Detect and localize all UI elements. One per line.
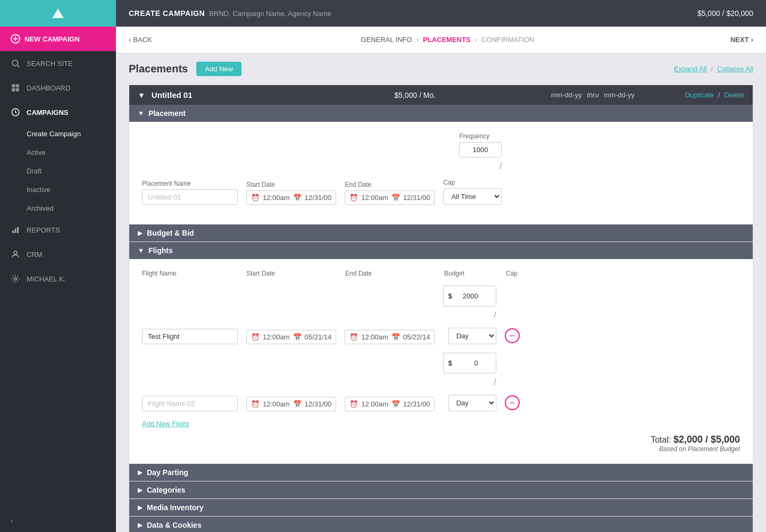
budget-bid-section-header[interactable]: ▶ Budget & Bid [129, 224, 753, 242]
placements-header: Placements Add New Expand All / Collapse… [129, 62, 753, 76]
svg-rect-4 [16, 84, 19, 87]
flight-2-start-date[interactable]: ⏰ 12:00am 📅 12/31/00 [246, 397, 336, 411]
dashboard-label: DASHBOARD [27, 84, 70, 92]
placements-title-row: Placements Add New [129, 62, 242, 76]
media-inventory-header[interactable]: ▶ Media Inventory [129, 498, 753, 516]
placement-1-dates: mm-dd-yy thru mm-dd-yy [507, 91, 678, 99]
flight-1-remove-button[interactable]: − [505, 328, 520, 343]
flight-1-start-date[interactable]: ⏰ 12:00am 📅 05/21/14 [246, 330, 336, 344]
sidebar-item-crm[interactable]: CRM [0, 242, 116, 267]
flight-cap-header: Cap [506, 270, 518, 277]
collapse-all-link[interactable]: Collapse All [717, 65, 753, 73]
budget-bid-label: Budget & Bid [147, 229, 194, 237]
placement-form: Placement Name Start Date ⏰ 12:00am 📅 12… [129, 122, 753, 224]
add-new-button[interactable]: Add New [196, 62, 242, 76]
svg-point-1 [12, 60, 18, 66]
frequency-label: Frequency [459, 132, 502, 140]
campaigns-header[interactable]: CAMPAIGNS [0, 100, 116, 124]
frequency-input[interactable] [459, 142, 502, 157]
sidebar-item-reports[interactable]: REPORTS [0, 218, 116, 242]
svg-rect-9 [15, 229, 16, 233]
placement-end-date-input[interactable]: ⏰ 12:00am 📅 12/31/00 [345, 190, 435, 205]
calendar-icon-6: 📅 [392, 400, 400, 408]
flight-start-date-header: Start Date [246, 270, 337, 277]
gear-icon [11, 274, 20, 284]
sidebar-item-michael[interactable]: MICHAEL K. [0, 267, 116, 291]
frequency-group: Frequency [459, 132, 502, 157]
flight-2-budget: $ [443, 353, 496, 373]
placement-form-row: Placement Name Start Date ⏰ 12:00am 📅 12… [142, 132, 740, 205]
sidebar-item-dashboard[interactable]: DASHBOARD [0, 76, 116, 100]
back-button[interactable]: ‹ BACK [129, 36, 152, 44]
expand-all-link[interactable]: Expand All [674, 65, 706, 73]
breadcrumb-confirmation[interactable]: CONFIRMATION [481, 36, 534, 44]
sidebar-collapse-button[interactable]: ‹ [0, 509, 116, 532]
calendar-icon-4: 📅 [392, 333, 400, 341]
sidebar-item-inactive[interactable]: Inactive [0, 180, 116, 199]
flight-1-start-group: ⏰ 12:00am 📅 05/21/14 [246, 330, 336, 344]
placement-1-delete[interactable]: Delete [724, 91, 744, 99]
placement-1-toggle[interactable]: ▼ [138, 91, 145, 99]
budget-bid-arrow: ▶ [138, 229, 143, 237]
placement-end-date-label: End Date [345, 181, 435, 188]
flight-2-budget-input[interactable] [454, 356, 492, 370]
dashboard-icon [11, 83, 20, 93]
placement-section-header[interactable]: ▼ Placement [129, 105, 753, 122]
flight-2-name-group [142, 396, 238, 411]
svg-rect-10 [17, 227, 19, 233]
topbar-subtitle: BRND, Campaign Name, Agency Name [209, 10, 331, 18]
breadcrumb-general-info[interactable]: GENERAL INFO [361, 36, 412, 44]
campaigns-icon [11, 107, 20, 117]
flights-section-header[interactable]: ▼ Flights [129, 242, 753, 259]
sidebar-item-create-campaign[interactable]: Create Campaign [0, 124, 116, 143]
sidebar-item-active[interactable]: Active [0, 143, 116, 162]
next-button[interactable]: NEXT › [730, 36, 753, 44]
breadcrumb-placements[interactable]: PLACEMENTS [423, 36, 471, 44]
cap-select[interactable]: All Time Day Week Month [443, 188, 502, 205]
data-cookies-header[interactable]: ▶ Data & Cookies [129, 516, 753, 532]
clock-icon-3: ⏰ [251, 333, 260, 341]
flight-1-name-input[interactable] [142, 329, 238, 344]
placement-start-date-input[interactable]: ⏰ 12:00am 📅 12/31/00 [246, 190, 336, 205]
placement-block-1: ▼ Untitled 01 $5,000 / Mo. mm-dd-yy thru… [129, 85, 753, 532]
flight-budget-header: Budget [444, 270, 497, 277]
campaigns-sub-items: Create Campaign Active Draft Inactive Ar… [0, 124, 116, 218]
flight-1-name-group [142, 329, 238, 344]
flight-1-cap-select[interactable]: Day Week Month All Time [448, 328, 496, 344]
sidebar-item-search[interactable]: SEARCH SITE [0, 51, 116, 76]
sidebar-item-draft[interactable]: Draft [0, 162, 116, 180]
data-cookies-arrow: ▶ [138, 521, 143, 529]
calendar-icon-5: 📅 [293, 400, 302, 408]
breadcrumb-nav: ‹ BACK GENERAL INFO › PLACEMENTS › CONFI… [116, 27, 766, 53]
add-flight-link[interactable]: Add New Flight [142, 420, 189, 428]
flight-header-row: Flight Name Start Date End Date Budget C… [142, 270, 740, 277]
new-campaign-button[interactable]: + NEW CAMPAIGN [0, 27, 116, 51]
flight-1-end-date[interactable]: ⏰ 12:00am 📅 05/22/14 [345, 330, 435, 344]
placement-start-date-label: Start Date [246, 181, 336, 188]
flight-2-cap-select[interactable]: Day Week Month All Time [448, 395, 496, 411]
flight-2-name-input[interactable] [142, 396, 238, 411]
day-parting-header[interactable]: ▶ Day Parting [129, 463, 753, 481]
media-inventory-arrow: ▶ [138, 504, 143, 511]
sidebar-item-archived[interactable]: Archived [0, 199, 116, 218]
placement-name-input[interactable] [142, 189, 238, 205]
flights-label: Flights [148, 246, 173, 255]
categories-label: Categories [147, 486, 185, 494]
campaigns-label: CAMPAIGNS [27, 109, 68, 117]
placement-1-budget: $5,000 / Mo. [329, 91, 501, 99]
svg-rect-3 [12, 84, 15, 87]
flight-1-cap: Day Week Month All Time [448, 328, 496, 344]
back-chevron-icon: ‹ [129, 36, 131, 44]
flight-1-budget-input[interactable] [454, 289, 492, 303]
main-content: CREATE CAMPAIGN BRND, Campaign Name, Age… [116, 0, 766, 532]
flight-end-date-header: End Date [345, 270, 436, 277]
search-icon [11, 59, 20, 68]
categories-header[interactable]: ▶ Categories [129, 481, 753, 498]
day-parting-label: Day Parting [147, 468, 188, 477]
calendar-icon-3: 📅 [293, 333, 302, 341]
flights-section: Flight Name Start Date End Date Budget C… [129, 259, 753, 463]
plus-icon: + [11, 34, 20, 44]
flight-2-remove-button[interactable]: − [505, 395, 520, 410]
flight-2-end-date[interactable]: ⏰ 12:00am 📅 12/31/00 [345, 397, 435, 411]
placement-1-duplicate[interactable]: Duplicate [685, 91, 714, 99]
